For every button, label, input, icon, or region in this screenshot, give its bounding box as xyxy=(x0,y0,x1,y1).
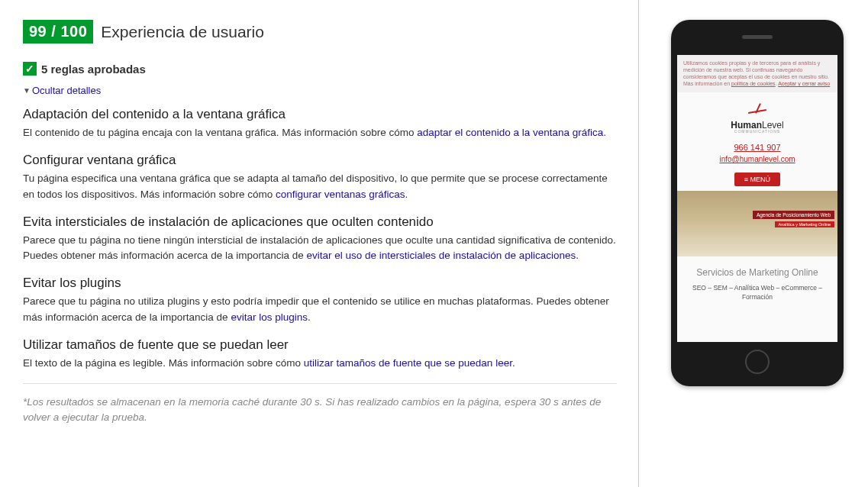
cache-footnote: *Los resultados se almacenan en la memor… xyxy=(23,383,617,426)
menu-button[interactable]: ≡ MENÚ xyxy=(734,173,780,186)
rule-description: El contenido de tu página encaja con la … xyxy=(23,125,617,140)
passed-summary: ✓ 5 reglas aprobadas xyxy=(23,62,617,76)
services-subheading: SEO – SEM – Analítica Web – eCommerce – … xyxy=(677,284,837,302)
score-title: Experiencia de usuario xyxy=(101,23,264,41)
rule-description: Tu página especifica una ventana gráfica… xyxy=(23,171,617,202)
hero-banner: Agencia de Posicionamiento Web Analítica… xyxy=(677,191,837,256)
rule-title: Evita intersticiales de instalación de a… xyxy=(23,214,617,230)
rule-title: Utilizar tamaños de fuente que se puedan… xyxy=(23,337,617,353)
score-row: 99 / 100 Experiencia de usuario xyxy=(23,20,617,44)
rule-item: Utilizar tamaños de fuente que se puedan… xyxy=(23,337,617,371)
rule-item: Adaptación del contenido a la ventana gr… xyxy=(23,107,617,140)
rule-description: El texto de la página es legible. Más in… xyxy=(23,356,617,371)
brand-subtitle: COMMUNICATIONS xyxy=(677,129,837,134)
caret-down-icon: ▼ xyxy=(23,86,31,95)
rule-help-link[interactable]: utilizar tamaños de fuente que se puedan… xyxy=(304,357,512,369)
rule-description: Parece que tu página no tiene ningún int… xyxy=(23,233,617,264)
rule-help-link[interactable]: evitar los plugins xyxy=(231,311,308,323)
cookie-accept-link[interactable]: Aceptar y cerrar aviso xyxy=(778,81,830,86)
rule-title: Configurar ventana gráfica xyxy=(23,153,617,168)
logo-mark-icon xyxy=(750,103,765,117)
contact-phone[interactable]: 966 141 907 xyxy=(677,143,837,152)
phone-screen: Utilizamos cookies propias y de terceros… xyxy=(677,55,837,342)
toggle-label: Ocultar detalles xyxy=(32,85,101,96)
phone-mockup: Utilizamos cookies propias y de terceros… xyxy=(671,20,844,386)
rule-help-link[interactable]: adaptar el contenido a la ventana gráfic… xyxy=(417,127,603,138)
score-badge: 99 / 100 xyxy=(23,20,93,44)
hero-tag-2: Analítica y Marketing Online xyxy=(775,221,834,227)
results-panel: 99 / 100 Experiencia de usuario ✓ 5 regl… xyxy=(0,0,639,487)
rule-item: Configurar ventana gráficaTu página espe… xyxy=(23,153,617,202)
hero-tag-1: Agencia de Posicionamiento Web xyxy=(753,211,834,219)
rule-item: Evitar los pluginsParece que tu página n… xyxy=(23,276,617,325)
passed-count-label: 5 reglas aprobadas xyxy=(41,63,146,76)
services-heading: Servicios de Marketing Online xyxy=(677,256,837,284)
rule-title: Adaptación del contenido a la ventana gr… xyxy=(23,107,617,122)
rule-title: Evitar los plugins xyxy=(23,276,617,291)
cookie-notice: Utilizamos cookies propias y de terceros… xyxy=(677,55,837,92)
brand-logo: HumanLevel COMMUNICATIONS xyxy=(677,92,837,138)
rule-item: Evita intersticiales de instalación de a… xyxy=(23,214,617,264)
rule-description: Parece que tu página no utiliza plugins … xyxy=(23,294,617,325)
cookie-policy-link[interactable]: política de cookies xyxy=(731,81,776,86)
toggle-details[interactable]: ▼ Ocultar detalles xyxy=(23,85,101,96)
preview-panel: Utilizamos cookies propias y de terceros… xyxy=(639,0,868,487)
rule-help-link[interactable]: configurar ventanas gráficas xyxy=(276,189,405,200)
rule-help-link[interactable]: evitar el uso de intersticiales de insta… xyxy=(306,250,576,261)
check-icon: ✓ xyxy=(23,62,37,76)
contact-email[interactable]: info@humanlevel.com xyxy=(677,155,837,163)
